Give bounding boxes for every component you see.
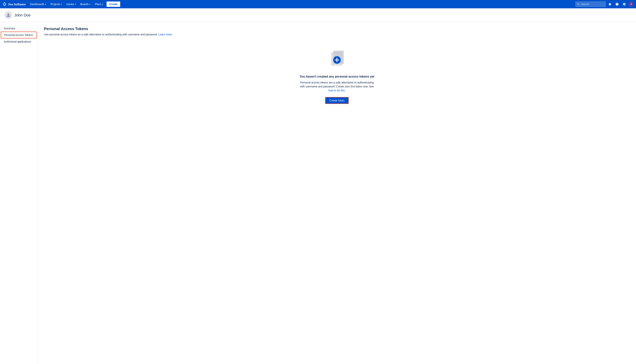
search-icon [577,3,579,6]
svg-rect-6 [335,60,339,60]
nav-boards[interactable]: Boards ▾ [78,0,92,8]
chevron-down-icon: ▾ [89,3,90,5]
user-name: John Doe [15,13,31,18]
chevron-down-icon: ▾ [75,3,76,5]
page-layout: Summary Personal Access Tokens Authorize… [0,22,636,364]
search-input[interactable] [575,2,606,7]
nav-plans[interactable]: Plans ▾ [93,0,105,8]
chevron-down-icon: ▾ [45,3,46,5]
page-description: Use personal access tokens as a safe alt… [44,33,630,36]
brand-name: Jira Software [8,3,26,6]
empty-state-text: Personal access tokens are a safe altern… [299,80,375,92]
sidebar: Summary Personal Access Tokens Authorize… [0,22,38,364]
nav-projects[interactable]: Projects ▾ [49,0,64,8]
help-button[interactable] [614,1,620,7]
empty-state-title: You haven't created any personal access … [300,75,374,78]
sidebar-item-personal-access-tokens[interactable]: Personal Access Tokens [1,32,37,38]
empty-state-illustration [326,50,348,70]
how-to-link[interactable]: how to do this [328,89,345,92]
user-avatar [5,11,12,19]
navbar-right: J [575,1,634,7]
settings-button[interactable] [621,1,627,7]
page-title: Personal Access Tokens [44,27,630,31]
main-content: Personal Access Tokens Use personal acce… [38,22,636,364]
sidebar-item-summary[interactable]: Summary [1,25,37,32]
empty-state: You haven't created any personal access … [44,42,630,112]
user-header: John Doe [0,8,636,22]
brand-logo[interactable]: Jira Software [2,2,26,6]
avatar[interactable]: J [628,2,634,7]
search-wrapper [575,2,606,7]
chevron-down-icon: ▾ [61,3,62,5]
chevron-down-icon: ▾ [102,3,103,5]
nav-issues[interactable]: Issues ▾ [64,0,78,8]
navbar: Jira Software Dashboards ▾ Projects ▾ Is… [0,0,636,8]
create-token-button[interactable]: Create token [325,97,349,104]
learn-more-link[interactable]: Learn more. [158,33,173,36]
nav-dashboards[interactable]: Dashboards ▾ [28,0,48,8]
notifications-button[interactable] [607,1,613,7]
sidebar-item-authorized-applications[interactable]: Authorized applications [1,38,37,45]
create-button[interactable]: Create [107,2,120,7]
